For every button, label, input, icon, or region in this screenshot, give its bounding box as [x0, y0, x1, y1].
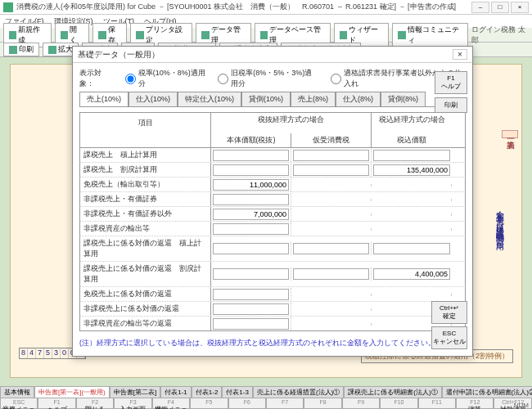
- tab-sales-8[interactable]: 売上(8%): [291, 92, 336, 106]
- dialog-print-button[interactable]: 印刷: [435, 97, 467, 113]
- fkey-F1[interactable]: F1ヘルプ: [38, 398, 75, 409]
- grid-row: 非課税資産の輸出等の返還: [79, 317, 466, 331]
- amount-input[interactable]: [213, 303, 289, 315]
- row-label: 免税売上（輸出取引等）: [80, 178, 211, 191]
- sheet-tab[interactable]: 付表1-2: [192, 386, 223, 398]
- dialog-action-buttons: Ctrl+↵確定 ESCキャンセル: [431, 301, 467, 349]
- sheet-tab[interactable]: 売上に係る経過措置(法人)①: [253, 386, 344, 398]
- subcol-body: 本体価額(税抜): [211, 133, 291, 147]
- db-icon: [260, 31, 268, 39]
- amount-input[interactable]: [293, 150, 369, 161]
- fkey-F3[interactable]: F3入力画面: [114, 398, 151, 409]
- toolbar-primary: 新規作成 開く 保存 プリンタ設定 データ管理 データベース管理 ウィザード 情…: [0, 28, 532, 43]
- amount-input[interactable]: [293, 268, 369, 280]
- row-label: 課税売上 割戻計算用: [80, 163, 211, 177]
- app-icon: [3, 2, 13, 12]
- amount-input[interactable]: [293, 164, 369, 176]
- radio-rate-10-8[interactable]: 税率(10%・8%)適用分: [125, 68, 206, 89]
- minimize-button[interactable]: –: [471, 2, 489, 13]
- dialog-close-button[interactable]: ×: [453, 49, 467, 60]
- grid-subheader: 本体価額(税抜) 仮受消費税 税込価額: [79, 133, 466, 148]
- grid-row: 課税売上に係る対価の返還 積上計算用: [79, 236, 466, 262]
- fkey-F10[interactable]: F10: [380, 398, 417, 409]
- amount-input[interactable]: [213, 150, 289, 161]
- maximize-button[interactable]: □: [491, 2, 509, 13]
- new-icon: [9, 31, 16, 39]
- amount-input[interactable]: [213, 243, 289, 254]
- subcol-provisional: 仮受消費税: [291, 133, 372, 147]
- fkey-ESC[interactable]: ESC業務メニュー: [0, 398, 38, 409]
- radio-input-1[interactable]: [125, 74, 136, 84]
- side-tabs: 第一表: [502, 130, 518, 138]
- sheet-tab[interactable]: 還付申請に係る明細書(法人)②: [442, 386, 532, 398]
- fkey-F9[interactable]: F9: [342, 398, 380, 409]
- vertical-date-text: 令和五年七月一日以後終了課税期間分（一般用: [494, 204, 505, 238]
- fkey-F8[interactable]: F8: [304, 398, 341, 409]
- grid-row: 課税売上 積上計算用: [79, 148, 466, 163]
- amount-input[interactable]: [213, 223, 289, 235]
- amount-input[interactable]: [213, 268, 289, 280]
- tab-specific-10[interactable]: 特定仕入(10%): [178, 92, 241, 106]
- radio-input-2[interactable]: [218, 74, 228, 84]
- info-button[interactable]: 情報コミュニティ: [392, 23, 468, 47]
- sheet-tab[interactable]: 基本情報: [0, 386, 34, 398]
- print-icon: [9, 46, 17, 54]
- window-title: 消費税の達人(令和05年度以降用) for Cube － [SYOUH0001 …: [16, 2, 471, 12]
- tab-purchase-10[interactable]: 仕入(10%): [128, 92, 178, 106]
- amount-input[interactable]: [213, 194, 289, 205]
- amount-input[interactable]: [293, 243, 369, 254]
- base-data-dialog: 基礎データ（一般用） × F1ヘルプ 印刷 表示対象： 税率(10%・8%)適用…: [72, 46, 473, 357]
- radio-old-rate[interactable]: 旧税率(8%・5%・3%)適用分: [218, 68, 319, 89]
- sheet-tab[interactable]: 申告書[第一表](一般用): [34, 386, 110, 398]
- dialog-help-button[interactable]: F1ヘルプ: [435, 71, 467, 94]
- amount-input[interactable]: [373, 243, 450, 254]
- amount-input[interactable]: [213, 209, 289, 220]
- sheet-tab[interactable]: 付表1-1: [160, 386, 192, 398]
- zoom-in-icon: [48, 46, 56, 54]
- dialog-ok-button[interactable]: Ctrl+↵確定: [431, 301, 467, 324]
- sheet-tabs: 基本情報申告書[第一表](一般用)申告書[第二表]付表1-1付表1-2付表1-3…: [0, 386, 532, 398]
- login-user: ログイン税務 太郎: [471, 25, 529, 46]
- tab-sales-10[interactable]: 売上(10%): [79, 92, 128, 106]
- amount-input[interactable]: [213, 289, 289, 300]
- grid-row: 非課税売上・有価証券以外: [79, 207, 466, 222]
- print-button[interactable]: 印刷: [3, 43, 39, 56]
- tab-purchase-8[interactable]: 仕入(8%): [336, 92, 381, 106]
- rate-tabs: 売上(10%) 仕入(10%) 特定仕入(10%) 貸倒(10%) 売上(8%)…: [79, 92, 466, 107]
- fkey-F12[interactable]: F12演算: [456, 398, 494, 409]
- fkey-F11[interactable]: F11: [418, 398, 456, 409]
- side-tab-first[interactable]: 第一表: [502, 130, 518, 138]
- amount-input[interactable]: [373, 150, 450, 161]
- target-label: 表示対象：: [79, 68, 114, 89]
- fkey-F5[interactable]: F5: [190, 398, 228, 409]
- col-item: 項目: [80, 113, 211, 133]
- amount-input[interactable]: [373, 164, 450, 176]
- data-grid: 項目 税抜経理方式の場合 税込経理方式の場合 本体価額(税抜) 仮受消費税 税込…: [79, 112, 466, 331]
- grid-row: 課税売上 割戻計算用: [79, 163, 466, 178]
- grid-row: 非課税売上・有価証券: [79, 192, 466, 207]
- status-num: NUM: [514, 402, 529, 409]
- close-button[interactable]: ×: [511, 2, 529, 13]
- row-label: 課税売上に係る対価の返還 割戻計算用: [80, 262, 211, 286]
- amount-input[interactable]: [213, 318, 289, 330]
- row-label: 非課税資産の輸出等: [80, 222, 211, 236]
- fkey-F7[interactable]: F7: [266, 398, 304, 409]
- fkey-F2[interactable]: F2閉じる: [76, 398, 114, 409]
- fkey-F4[interactable]: F4機能メニュー: [152, 398, 190, 409]
- sheet-tab[interactable]: 付表1-3: [222, 386, 253, 398]
- open-icon: [61, 31, 68, 39]
- grid-row: 免税売上に係る対価の返還: [79, 287, 466, 302]
- row-label: 非課税売上に係る対価の返還: [80, 302, 211, 316]
- amount-input[interactable]: [213, 164, 289, 176]
- amount-input[interactable]: [373, 268, 450, 280]
- title-bar: 消費税の達人(令和05年度以降用) for Cube － [SYOUH0001 …: [0, 0, 532, 15]
- fkey-F6[interactable]: F6: [228, 398, 266, 409]
- tab-baddebt-10[interactable]: 貸倒(10%): [241, 92, 291, 106]
- sheet-tab[interactable]: 課税売上に係る明細書(法人)①: [344, 386, 441, 398]
- row-label: 非課税売上・有価証券以外: [80, 207, 211, 221]
- dialog-cancel-button[interactable]: ESCキャンセル: [431, 326, 467, 349]
- tab-baddebt-8[interactable]: 貸倒(8%): [381, 92, 426, 106]
- amount-input[interactable]: [213, 179, 289, 191]
- sheet-tab[interactable]: 申告書[第二表]: [110, 386, 160, 398]
- radio-input-3[interactable]: [331, 74, 341, 84]
